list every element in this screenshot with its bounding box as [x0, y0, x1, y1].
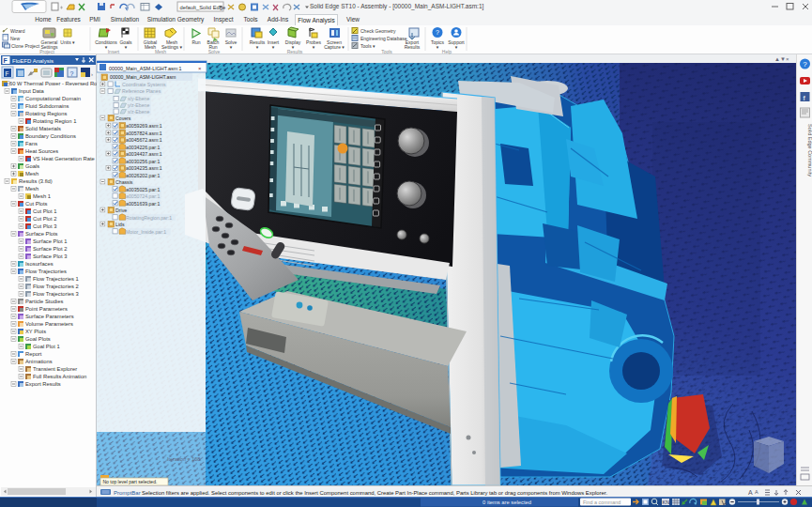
svg-text:Engineering Database: Engineering Database	[360, 36, 407, 41]
svg-text:Project: Project	[39, 49, 54, 54]
svg-text:×: ×	[198, 66, 202, 71]
svg-text:A: A	[755, 489, 758, 495]
svg-text:default_Solid Edge: default_Solid Edge	[180, 5, 226, 10]
svg-text:KN: KN	[663, 499, 670, 505]
svg-text:a0026202.par:1: a0026202.par:1	[126, 173, 160, 178]
svg-text:Help: Help	[442, 49, 452, 54]
svg-text:Covers: Covers	[115, 115, 131, 121]
svg-text:a0034226.par:1: a0034226.par:1	[126, 145, 160, 150]
svg-text:Results: Results	[405, 44, 421, 50]
svg-text:Capture ▾: Capture ▾	[324, 44, 345, 50]
svg-text:Solid Edge Community: Solid Edge Community	[807, 124, 812, 177]
svg-text:a0035025.par:1: a0035025.par:1	[126, 187, 160, 192]
svg-text:x/y-Ebene: x/y-Ebene	[128, 96, 149, 101]
svg-text:▲▼×: ▲▼×	[774, 56, 789, 62]
svg-text:Insert: Insert	[108, 49, 120, 54]
svg-text:New: New	[10, 36, 20, 41]
svg-text:?: ?	[436, 29, 439, 36]
svg-text:Tools: Tools	[381, 49, 392, 54]
svg-text:Drive: Drive	[115, 207, 127, 213]
svg-text:00000_Main_ASM-LIGHT.asm:1: 00000_Main_ASM-LIGHT.asm:1	[109, 66, 182, 71]
svg-text:RotatingRegion.par:1: RotatingRegion.par:1	[126, 215, 172, 221]
svg-text:Run: Run	[192, 39, 200, 45]
svg-text:a0045672.asm:1: a0045672.asm:1	[126, 137, 162, 143]
svg-text:Coordinate Systems: Coordinate Systems	[122, 82, 166, 87]
svg-text:a0050724.par:1: a0050724.par:1	[126, 193, 160, 199]
svg-text:a0034437.asm:1: a0034437.asm:1	[126, 151, 162, 157]
svg-text:a0030256.par:1: a0030256.par:1	[126, 159, 160, 164]
svg-text:Units ▾: Units ▾	[60, 39, 75, 45]
svg-text:No top level part selected.: No top level part selected.	[103, 479, 158, 484]
svg-text:Check Geometry: Check Geometry	[360, 28, 396, 34]
svg-text:00000_Main_ASM-LIGHT.asm: 00000_Main_ASM-LIGHT.asm	[110, 74, 176, 80]
svg-text:Solve: Solve	[208, 49, 221, 54]
svg-text:Chassis: Chassis	[115, 179, 133, 185]
svg-text:Reference Planes: Reference Planes	[122, 88, 161, 94]
svg-text:Motor_Inside.par:1: Motor_Inside.par:1	[126, 229, 166, 235]
svg-text:Selection filters are applied.: Selection filters are applied. Select co…	[142, 490, 607, 496]
svg-text:a0034235.asm:1: a0034235.asm:1	[126, 165, 162, 171]
svg-text:y/z-Ebene: y/z-Ebene	[128, 102, 149, 108]
svg-text:x/z-Ebene: x/z-Ebene	[128, 109, 149, 115]
svg-text:Mesh: Mesh	[155, 49, 166, 54]
svg-text:Tools ▾: Tools ▾	[360, 43, 375, 49]
svg-text:a0057824.asm:1: a0057824.asm:1	[126, 131, 162, 136]
svg-text:A: A	[748, 489, 753, 496]
svg-text:PromptBar: PromptBar	[114, 490, 141, 496]
svg-text:Clone Project: Clone Project	[11, 43, 40, 49]
svg-text:a0051639.par:1: a0051639.par:1	[126, 201, 160, 207]
svg-text:a0059269.asm:1: a0059269.asm:1	[126, 123, 162, 129]
svg-text:Wizard: Wizard	[10, 28, 25, 34]
svg-text:Lids: Lids	[115, 222, 125, 227]
svg-text:0 items are selected: 0 items are selected	[483, 499, 531, 505]
svg-text:Results: Results	[287, 49, 303, 54]
svg-text:?: ?	[803, 60, 807, 69]
svg-text:Find a command: Find a command	[583, 499, 620, 505]
